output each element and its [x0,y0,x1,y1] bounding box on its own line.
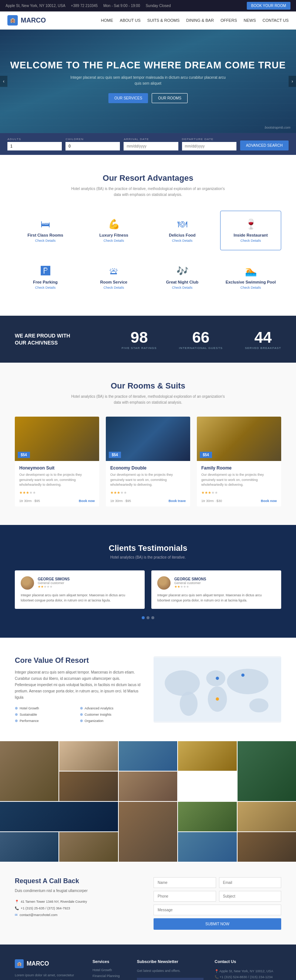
arrival-field: ARRIVAL DATE [123,137,178,150]
first-class-rooms-icon: 🛏 [19,218,72,230]
book-button-2[interactable]: Book now [261,499,277,503]
nav-dining[interactable]: DINING & BAR [186,18,214,22]
room-info-text-1: 1tr 30rm · $95 [110,499,131,503]
nav-offers[interactable]: OFFERS [221,18,237,22]
room-desc-2: Our development up is to the projects th… [201,473,277,488]
testi-stars-0: ★★★★★ [38,585,70,589]
footer-contact-info: 📍 Apple St, New York, NY 10012, USA 📞 +1… [214,968,281,980]
room-stars-2: ★★★★★ [201,490,277,495]
adv-card-5: 🛎 Room Service Check Details [83,258,144,297]
advantages-title: Our Resort Advantages [15,173,281,183]
avatar-inner-0 [21,576,34,590]
book-button-0[interactable]: Book now [79,499,95,503]
callback-text: Duis condimentum nisl a feugiat ullamcor… [15,888,142,894]
stat-0: 98 FIVE STAR RATINGS [122,329,157,350]
adv-link-4[interactable]: Check Details [19,286,72,290]
stat-1: 66 INTERNATIONAL GUESTS [179,329,223,350]
svg-point-5 [227,669,268,694]
testi-name-0: GEORGE SIMONS [38,577,70,581]
adv-link-1[interactable]: Check Details [87,239,140,242]
adv-title-3: Inside Restaurant [224,233,277,237]
arrival-input[interactable] [123,142,178,150]
hero-next-arrow[interactable]: › [289,76,296,87]
adv-title-5: Room Service [87,280,140,284]
testi-card-0: GEORGE SIMONS General customer ★★★★★ Int… [15,570,145,609]
adv-link-3[interactable]: Check Details [224,239,277,242]
logo[interactable]: 🏨 MARCO [7,15,46,25]
gallery-item-1 [59,741,118,771]
dot-0[interactable] [142,616,145,619]
testi-text-1: Integer placerat arcu quis sem aliquet t… [157,593,275,603]
testi-card-1: GEORGE SIMONS General customer ★★★★★ Int… [151,570,281,609]
stat-num-0: 98 [122,329,157,346]
room-info-text-0: 1tr 30rm · $95 [19,499,40,503]
our-services-button[interactable]: OUR SERVICES [109,93,148,103]
form-phone-input[interactable] [154,891,216,902]
footer-contact: Contact Us 📍 Apple St, New York, NY 1001… [214,959,281,980]
service-1[interactable]: Financial Planning [93,974,126,978]
room-img-0: $54 [15,417,99,461]
room-card-1: $54 Economy Double Our development up is… [106,417,190,506]
dot-2[interactable] [151,616,154,619]
testi-role-0: General customer [38,581,70,585]
form-message-input[interactable] [154,905,281,915]
adv-title-0: First Class Rooms [19,233,72,237]
nav-suits[interactable]: SUITS & ROOMS [147,18,179,22]
advanced-search-button[interactable]: ADVANCED SEARCH [240,140,289,150]
adv-link-2[interactable]: Check Details [156,239,209,242]
adv-link-7[interactable]: Check Details [224,286,277,290]
adv-link-0[interactable]: Check Details [19,239,72,242]
map-svg [154,656,281,723]
callback-form: SUBMIT NOW [154,877,281,930]
gallery-item-9 [178,802,237,831]
stat-num-1: 66 [179,329,223,346]
book-room-button[interactable]: BOOK YOUR ROOM [247,2,290,10]
testimonials-dots [15,616,281,619]
rooms-section: Our Rooms & Suits Hotel analytics (BA) i… [0,363,296,525]
night-club-icon: 🎶 [156,266,209,277]
callback-right: SUBMIT NOW [154,877,281,930]
newsletter-email-input[interactable] [137,978,203,980]
gallery-item-4 [238,741,296,801]
footer-services-list: Hotel Growth Financial Planning Insuranc… [93,968,126,980]
nav-news[interactable]: NEWS [244,18,256,22]
stats-label: WE ARE PROUD WITH OUR ACHIVNESS [15,332,74,346]
form-email-input[interactable] [219,877,282,888]
nav-about[interactable]: ABOUT US [120,18,141,22]
nav-links: HOME ABOUT US SUITS & ROOMS DINING & BAR… [101,18,289,22]
hero-prev-arrow[interactable]: ‹ [0,76,7,87]
adv-link-6[interactable]: Check Details [156,286,209,290]
departure-input[interactable] [182,142,237,150]
testi-header-0: GEORGE SIMONS General customer ★★★★★ [21,576,139,590]
our-rooms-button[interactable]: OUR ROOMS [152,93,187,103]
testi-meta-0: GEORGE SIMONS General customer ★★★★★ [38,577,70,589]
advantages-section: Our Resort Advantages Hotel analytics (B… [0,155,296,316]
svg-point-7 [216,677,219,680]
adv-link-5[interactable]: Check Details [87,286,140,290]
book-button-1[interactable]: Book trave [168,499,186,503]
form-subject-input[interactable] [219,891,282,902]
testimonials-subtitle: Hotel analytics (BA) is the practice of … [15,555,281,559]
form-name-input[interactable] [154,877,216,888]
gallery-item-14 [238,832,296,862]
hero-subtitle: Integer placerat arcu quis sem aliquet t… [70,75,226,86]
svg-point-8 [241,673,245,677]
core-value-title: Core Value Of Resort [15,656,142,665]
adults-input[interactable] [7,142,62,150]
room-badge-0: $54 [18,452,30,458]
children-input[interactable] [66,142,120,150]
booking-bar: ADULTS CHILDREN ARRIVAL DATE DEPARTURE D… [0,133,296,155]
service-0[interactable]: Hotel Growth [93,968,126,972]
adv-card-1: 💪 Luxury Fitness Check Details [83,211,144,250]
cv-item-4: Performance [15,719,78,723]
core-value-text: Integer placerat arcu quis sem aliquet t… [15,669,142,700]
footer-newsletter-title: Subscribe Newsletter [137,959,203,964]
footer-contact-title: Contact Us [214,959,281,964]
form-submit-button[interactable]: SUBMIT NOW [154,918,281,930]
adults-field: ADULTS [7,137,62,150]
nav-contact[interactable]: CONTACT US [263,18,289,22]
dot-1[interactable] [147,616,149,619]
sunday-text: Sunday Closed [146,4,171,8]
nav-home[interactable]: HOME [101,18,113,22]
cv-item-0: Hotel Growth [15,706,78,710]
